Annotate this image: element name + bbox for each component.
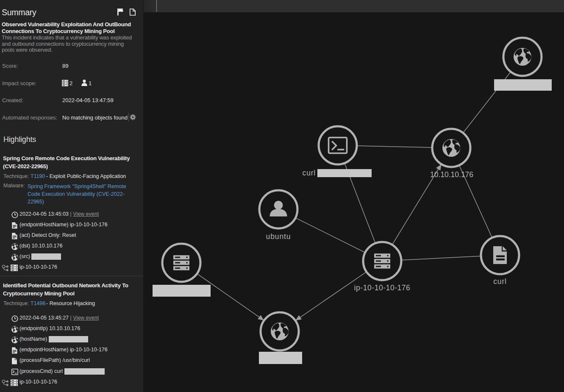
- svg-text:curl: curl: [303, 169, 316, 177]
- svg-text:ubuntu: ubuntu: [266, 232, 291, 241]
- svg-text:curl: curl: [493, 277, 506, 286]
- svg-text:10.10.10.176: 10.10.10.176: [430, 170, 473, 179]
- svg-text:ip-10-10-10-176: ip-10-10-10-176: [354, 284, 411, 292]
